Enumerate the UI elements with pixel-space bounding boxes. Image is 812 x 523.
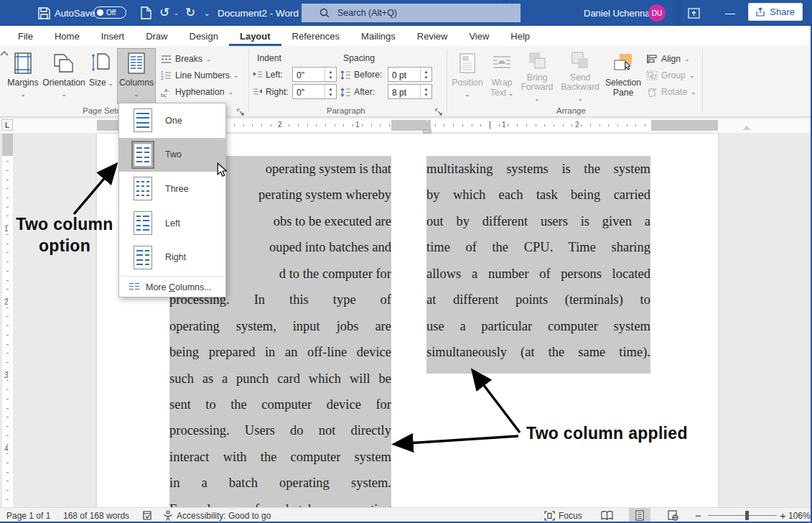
wrap-text-button[interactable]: Wrap Text [487,49,517,103]
columns-menu-item-right[interactable]: Right [119,240,225,274]
paragraph-dialog-launcher[interactable] [435,106,444,115]
focus-icon [544,511,555,521]
right-indent-marker[interactable] [743,126,750,130]
spacing-before-spinner[interactable]: ▲▼ [420,68,431,81]
save-icon[interactable] [37,0,51,26]
accessibility-label: Accessibility: Good to go [177,511,271,521]
margins-button[interactable]: Margins [4,49,42,103]
first-line-indent-marker[interactable] [424,120,431,124]
word-window: AutoSave Off ↺ ⌄ ↻ ⌄ Document2 - Word Se… [0,0,812,523]
indent-right-field: ▲▼ [292,84,337,99]
read-mode-button[interactable] [596,508,617,523]
indent-right-row: Right: [253,84,289,100]
text-line: by which each task being carried [426,182,650,208]
page-setup-dialog-launcher[interactable] [237,106,246,115]
web-layout-button[interactable] [662,508,683,523]
hyphenation-button[interactable]: a-bc Hyphenation⌄ [161,85,233,99]
selection-pane-label: Selection Pane [604,78,643,98]
vruler-top-margin [2,134,13,156]
text-line: interact with the computer system [169,444,391,470]
zoom-slider-track[interactable] [708,515,777,516]
tab-view[interactable]: View [458,26,500,46]
zoom-slider-handle[interactable] [745,511,749,520]
breaks-button[interactable]: Breaks⌄ [161,52,211,66]
zoom-percentage[interactable]: 106% [788,508,811,523]
tab-review[interactable]: Review [406,26,459,46]
zoom-in-button[interactable]: + [780,508,786,523]
tab-help[interactable]: Help [500,26,541,46]
tab-stop-selector[interactable]: L [1,119,13,131]
align-button[interactable]: Align⌄ [646,52,690,66]
user-name[interactable]: Daniel Uchenna [584,0,650,26]
ruler-right-margin [651,120,718,131]
tab-draw[interactable]: Draw [135,26,178,46]
proofing-icon[interactable] [142,508,152,523]
columns-menu-item-two[interactable]: Two [119,138,225,172]
vertical-ruler[interactable]: 1 2 3 4 [2,134,13,507]
orientation-button[interactable]: Orientation [43,49,85,103]
ruler-number: 1 [355,121,360,129]
columns-dropdown-menu: One Two Three Left Right More Columns... [118,103,226,297]
search-input[interactable]: Search (Alt+Q) [302,4,521,22]
zoom-out-button[interactable]: − [695,508,701,523]
group-button[interactable]: Group⌄ [646,68,694,83]
right-column-icon [134,246,152,269]
accessibility-status[interactable]: Accessibility: Good to go [163,508,271,523]
tab-home[interactable]: Home [44,26,90,46]
rotate-button[interactable]: Rotate⌄ [646,85,696,99]
text-line: allows a number of persons located [426,261,650,287]
tab-references[interactable]: References [281,26,350,46]
columns-button[interactable]: Columns [118,49,155,103]
columns-menu-item-left[interactable]: Left [119,206,225,241]
indent-label: Indent [257,50,281,66]
indent-right-spinner[interactable]: ▲▼ [325,85,336,98]
selection-pane-button[interactable]: Selection Pane [604,49,643,103]
text-line: Examples of batch operating [169,496,391,507]
position-button[interactable]: Position [451,49,484,103]
right-column-selected-text[interactable]: multitasking systems is the systemby whi… [426,156,650,374]
undo-button[interactable]: ↺ [159,0,169,26]
line-numbers-button[interactable]: 12 Line Numbers⌄ [161,68,238,83]
more-columns-menu-item[interactable]: More Columns... [119,278,225,297]
orientation-label: Orientation [42,78,85,99]
autosave-toggle[interactable]: Off [93,6,126,19]
tab-file[interactable]: File [7,26,44,46]
print-layout-button[interactable] [629,508,650,523]
position-icon [459,50,476,76]
spacing-before-field: ▲▼ [388,67,432,82]
share-button[interactable]: Share [748,3,803,21]
left-indent-marker[interactable] [424,130,431,133]
focus-label: Focus [559,511,582,521]
quick-access-customize-icon[interactable]: ⌄ [204,0,210,26]
text-line: time of the CPU. Time sharing [426,234,650,260]
tab-mailings[interactable]: Mailings [350,26,406,46]
tab-design[interactable]: Design [179,26,229,46]
spacing-after-spinner[interactable]: ▲▼ [420,85,431,98]
tab-layout[interactable]: Layout [229,26,281,46]
size-button[interactable]: Size [87,49,116,103]
redo-button[interactable]: ↻ [185,0,195,26]
undo-dropdown-icon[interactable]: ⌄ [174,0,179,26]
columns-menu-item-three[interactable]: Three [119,172,225,206]
ribbon-display-options-icon[interactable] [688,0,700,26]
search-placeholder: Search (Alt+Q) [337,8,397,18]
text-line: operating system, input jobs are [169,313,391,339]
position-label: Position [451,78,484,99]
avatar[interactable]: DU [648,4,666,22]
align-icon [646,54,658,64]
focus-button[interactable]: Focus [544,508,582,523]
word-count[interactable]: 168 of 168 words [63,508,129,523]
send-backward-button[interactable]: Send Backward [559,49,602,103]
tab-insert[interactable]: Insert [90,26,136,46]
minimize-button[interactable]: — [714,0,746,26]
menu-item-label: Right [165,252,186,262]
columns-menu-item-one[interactable]: One [119,103,225,138]
page-indicator[interactable]: Page 1 of 1 [6,508,50,523]
indent-left-spinner[interactable]: ▲▼ [325,68,336,81]
indent-right-icon [253,88,263,96]
ruler-margin-bracket: [ [489,120,491,129]
mouse-cursor [217,162,228,177]
spacing-after-label: After: [354,87,375,97]
bring-forward-button[interactable]: Bring Forward [518,49,556,103]
new-document-icon[interactable] [141,0,151,26]
